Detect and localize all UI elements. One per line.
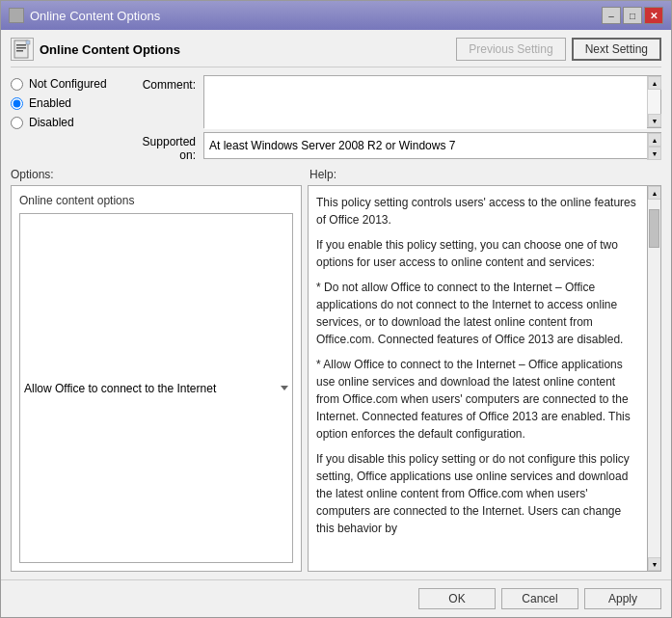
comment-scroll-up[interactable]: ▲ xyxy=(648,76,661,90)
ok-button[interactable]: OK xyxy=(418,588,496,609)
options-panel: Online content options Allow Office to c… xyxy=(11,185,302,572)
config-section: Not Configured Enabled Disabled Comment: xyxy=(11,75,661,162)
comment-box-wrapper: ▲ ▼ xyxy=(203,75,661,128)
help-header: Help: xyxy=(309,168,661,181)
options-panel-label: Online content options xyxy=(19,194,293,207)
supported-label: Supported on: xyxy=(136,132,203,162)
supported-value: At least Windows Server 2008 R2 or Windo… xyxy=(204,133,647,158)
radio-enabled-input[interactable] xyxy=(11,97,23,110)
radio-enabled-label: Enabled xyxy=(29,96,71,110)
minimize-button[interactable]: – xyxy=(602,7,621,24)
help-para-2: If you enable this policy setting, you c… xyxy=(316,236,639,271)
help-scroll-down[interactable]: ▼ xyxy=(648,557,661,571)
help-para-5: If you disable this policy setting or do… xyxy=(316,450,639,537)
online-content-dropdown[interactable]: Allow Office to connect to the Internet … xyxy=(19,213,293,563)
radio-disabled-label: Disabled xyxy=(29,116,74,129)
top-bar: Online Content Options Previous Setting … xyxy=(11,38,661,67)
options-header: Options: xyxy=(11,168,309,181)
help-scroll-thumb[interactable] xyxy=(649,209,659,248)
comment-scroll-track xyxy=(648,90,660,114)
supported-scroll-up[interactable]: ▲ xyxy=(648,133,661,147)
radio-group: Not Configured Enabled Disabled xyxy=(11,75,136,162)
comment-scroll-down[interactable]: ▼ xyxy=(648,114,661,127)
comment-row: Comment: ▲ ▼ xyxy=(136,75,661,128)
comment-input[interactable] xyxy=(204,76,647,129)
radio-not-configured[interactable]: Not Configured xyxy=(11,77,136,91)
radio-disabled-input[interactable] xyxy=(11,117,23,129)
radio-disabled[interactable]: Disabled xyxy=(11,116,136,129)
title-bar: Online Content Options – □ ✕ xyxy=(1,1,671,30)
comment-label: Comment: xyxy=(136,75,203,92)
help-panel: This policy setting controls users' acce… xyxy=(308,185,661,572)
help-scrollbar[interactable]: ▲ ▼ xyxy=(647,186,660,571)
policy-header: Online Content Options xyxy=(11,38,180,61)
window-title: Online Content Options xyxy=(30,9,160,23)
main-window: Online Content Options – □ ✕ xyxy=(0,0,672,618)
supported-row: Supported on: At least Windows Server 20… xyxy=(136,132,661,162)
comment-scrollbar[interactable]: ▲ ▼ xyxy=(647,76,660,127)
bottom-bar: OK Cancel Apply xyxy=(1,579,671,617)
radio-not-configured-label: Not Configured xyxy=(29,77,107,91)
supported-scroll-down[interactable]: ▼ xyxy=(648,147,661,160)
window-icon xyxy=(9,8,24,23)
apply-button[interactable]: Apply xyxy=(584,588,661,609)
policy-icon xyxy=(11,38,34,61)
previous-setting-button[interactable]: Previous Setting xyxy=(456,38,565,61)
close-button[interactable]: ✕ xyxy=(644,7,663,24)
svg-rect-4 xyxy=(26,40,30,44)
radio-enabled[interactable]: Enabled xyxy=(11,96,136,110)
policy-title: Online Content Options xyxy=(40,42,180,57)
supported-box-wrapper: At least Windows Server 2008 R2 or Windo… xyxy=(203,132,661,159)
content-area: Online Content Options Previous Setting … xyxy=(1,30,671,579)
help-scroll-track xyxy=(648,200,660,557)
help-scroll-up[interactable]: ▲ xyxy=(648,186,661,200)
section-headers: Options: Help: xyxy=(11,168,661,181)
maximize-button[interactable]: □ xyxy=(623,7,642,24)
main-panels: Online content options Allow Office to c… xyxy=(11,185,661,572)
help-para-3: * Do not allow Office to connect to the … xyxy=(316,279,639,348)
nav-buttons: Previous Setting Next Setting xyxy=(456,38,661,61)
svg-rect-3 xyxy=(16,50,23,52)
help-text: This policy setting controls users' acce… xyxy=(316,194,639,563)
help-para-1: This policy setting controls users' acce… xyxy=(316,194,639,228)
title-bar-left: Online Content Options xyxy=(9,8,160,23)
svg-rect-2 xyxy=(16,47,26,49)
supported-scrollbar[interactable]: ▲ ▼ xyxy=(647,133,660,160)
next-setting-button[interactable]: Next Setting xyxy=(572,38,661,61)
help-para-4: * Allow Office to connect to the Interne… xyxy=(316,356,639,443)
right-fields: Comment: ▲ ▼ Supported on: At least xyxy=(136,75,661,162)
radio-not-configured-input[interactable] xyxy=(11,78,23,91)
window-controls: – □ ✕ xyxy=(602,7,663,24)
cancel-button[interactable]: Cancel xyxy=(501,588,578,609)
svg-rect-1 xyxy=(16,44,26,46)
